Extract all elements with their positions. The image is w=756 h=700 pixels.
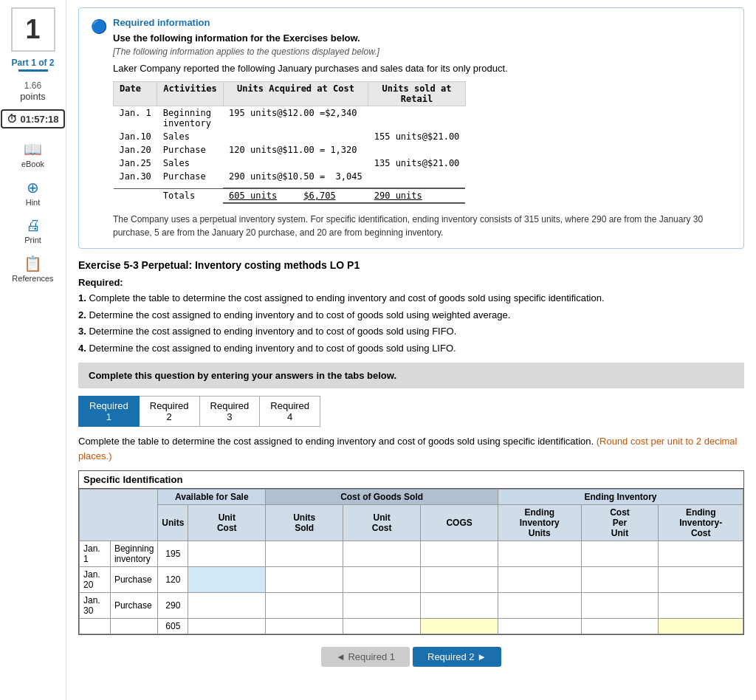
cell-cost-per-input[interactable] (581, 567, 659, 593)
required-item-3: 3. Determine the cost assigned to ending… (78, 324, 744, 339)
col-units-sold: UnitsSold (266, 505, 343, 541)
input-cost-per-3[interactable] (585, 600, 655, 611)
references-icon: 📋 (24, 255, 42, 272)
book-icon: 📖 (24, 140, 42, 158)
input-cogs-2[interactable] (425, 574, 494, 585)
cell-cogs-total[interactable] (421, 619, 498, 634)
input-ei-cost-1[interactable] (662, 549, 739, 559)
tab-required-4[interactable]: Required4 (260, 396, 320, 427)
cell-unit-cost-input[interactable] (188, 567, 266, 593)
cell-activity-total (110, 619, 157, 634)
cell-ei-units-input[interactable] (498, 593, 582, 619)
tab-required-3[interactable]: Required3 (200, 396, 261, 427)
part-underline (18, 69, 48, 72)
col-ei-cost: EndingInventory-Cost (659, 505, 743, 541)
table-row: Jan.20 Purchase 120 units@$11.00 = 1,320 (114, 143, 466, 157)
timer-icon: ⏱ (7, 113, 17, 125)
print-icon: 🖨 (26, 217, 41, 234)
hint-icon: ⊕ (27, 179, 39, 196)
input-unit-cost-2[interactable] (192, 574, 261, 585)
points-label: 1.66 (24, 80, 41, 91)
references-button[interactable]: 📋 References (12, 255, 53, 283)
cell-activity: Purchase (110, 567, 157, 593)
prev-button[interactable]: ◄ Required 1 (321, 647, 410, 667)
cell-sold-unit-cost-input[interactable] (343, 567, 421, 593)
input-ei-cost-3[interactable] (662, 600, 739, 611)
cell-cogs-input[interactable] (421, 593, 498, 619)
tab-required-2[interactable]: Required2 (140, 396, 200, 427)
input-cogs-total[interactable] (425, 621, 494, 631)
input-units-sold-2[interactable] (269, 574, 339, 585)
question-number: 1 (11, 7, 55, 52)
input-unit-cost-3[interactable] (192, 600, 261, 611)
cell-date: Jan. 20 (80, 567, 111, 593)
input-units-sold-1[interactable] (269, 549, 339, 559)
cell-sold-unit-cost-input[interactable] (343, 541, 421, 567)
cell-ei-cost-input[interactable] (659, 567, 743, 593)
cell-cost-per-input[interactable] (581, 541, 659, 567)
input-ei-units-2[interactable] (502, 574, 577, 585)
next-button[interactable]: Required 2 ► (413, 647, 501, 667)
input-sold-unit-cost-3[interactable] (347, 600, 416, 611)
cell-units: 195 (158, 541, 188, 567)
cell-ei-cost-input[interactable] (659, 541, 743, 567)
col-cost-per: CostPerUnit (581, 505, 659, 541)
cell-unit-cost-total (188, 619, 266, 634)
input-ei-cost-2[interactable] (662, 574, 739, 585)
info-icon: 🔵 (91, 18, 107, 35)
use-following-text: Use the following information for the Ex… (113, 32, 732, 44)
cell-cogs-input[interactable] (421, 567, 498, 593)
cell-unit-cost-input[interactable] (188, 593, 266, 619)
timer-value: 01:57:18 (20, 114, 58, 125)
input-cogs-1[interactable] (425, 549, 494, 559)
tab-required-1[interactable]: Required1 (78, 396, 140, 427)
col-header-cogs: Cost of Goods Sold (266, 490, 498, 505)
input-cost-per-2[interactable] (585, 574, 655, 585)
totals-row: 605 (80, 619, 743, 634)
task-description: Complete the table to determine the cost… (78, 434, 744, 463)
required-item-1: 1. Complete the table to determine the c… (78, 291, 744, 306)
table-row: Jan.25 Sales 135 units@$21.00 (114, 157, 466, 170)
cell-units-sold-input[interactable] (266, 593, 343, 619)
cell-ei-cost-input[interactable] (659, 593, 743, 619)
cell-ei-units-input[interactable] (498, 567, 582, 593)
col-header-ending: Ending Inventory (498, 490, 743, 505)
hint-button[interactable]: ⊕ Hint (26, 179, 41, 207)
table-row: Jan.30 Purchase 290 units@$10.50 = 3,045 (114, 170, 466, 183)
required-item-4: 4. Determine the cost assigned to ending… (78, 341, 744, 356)
cell-ei-units-input[interactable] (498, 541, 582, 567)
input-cost-per-1[interactable] (585, 549, 655, 559)
ebook-button[interactable]: 📖 eBook (21, 140, 44, 168)
cell-cogs-input[interactable] (421, 541, 498, 567)
cell-cost-per-input[interactable] (581, 593, 659, 619)
input-unit-cost-1[interactable] (192, 549, 261, 559)
cell-sold-unit-cost-input[interactable] (343, 593, 421, 619)
col-ei-units: EndingInventoryUnits (498, 505, 582, 541)
cell-units-sold-input[interactable] (266, 541, 343, 567)
table-row: Jan.10 Sales 155 units@$21.00 (114, 130, 466, 143)
input-units-sold-3[interactable] (269, 600, 339, 611)
print-button[interactable]: 🖨 Print (24, 217, 41, 244)
totals-row: Totals 605 units $6,705 290 units (114, 188, 466, 203)
tabs-row: Required1 Required2 Required3 Required4 (78, 396, 744, 427)
cell-activity: Beginninginventory (110, 541, 157, 567)
cell-unit-cost-input[interactable] (188, 541, 266, 567)
required-item-2: 2. Determine the cost assigned to ending… (78, 308, 744, 323)
part-label: Part 1 of 2 (11, 58, 54, 68)
cell-units-sold-input[interactable] (266, 567, 343, 593)
col-header-available: Available for Sale (158, 490, 266, 505)
input-ei-units-1[interactable] (502, 549, 577, 559)
cell-units-sold-total (266, 619, 343, 634)
points-unit: points (20, 91, 46, 102)
input-ei-units-3[interactable] (502, 600, 577, 611)
print-label: Print (24, 236, 41, 244)
table-row: Jan. 1 Beginninginventory 195 units@$12.… (114, 106, 466, 131)
cell-ei-cost-total[interactable] (659, 619, 743, 634)
input-sold-unit-cost-1[interactable] (347, 549, 416, 559)
required-label: Required: (78, 277, 744, 288)
table-row: Jan. 20 Purchase 120 (80, 567, 743, 593)
input-ei-cost-total[interactable] (662, 621, 739, 631)
input-sold-unit-cost-2[interactable] (347, 574, 416, 585)
table-row: Jan. 1 Beginninginventory 195 (80, 541, 743, 567)
input-cogs-3[interactable] (425, 600, 494, 611)
